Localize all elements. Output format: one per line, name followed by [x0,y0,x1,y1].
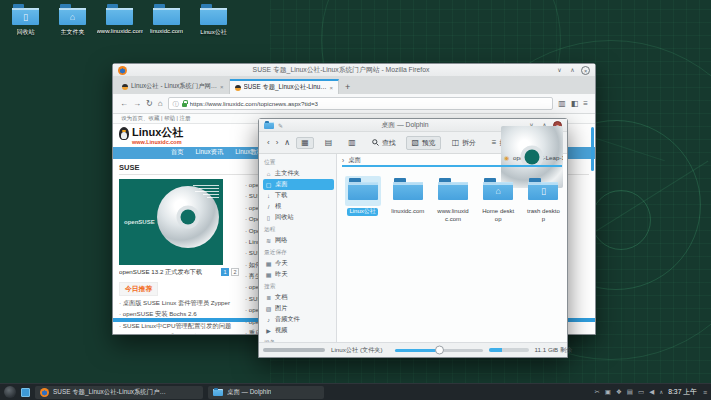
file-item[interactable]: ⌂ Home desktop [480,176,517,223]
places-item-icon: ▨ [265,305,272,312]
folder-icon: ⌂ [59,4,86,25]
image-caption[interactable]: openSUSE 13.2 正式发布下载 [119,268,219,277]
bluetooth-icon[interactable]: ❖ [616,389,622,396]
places-item[interactable]: ♪ 音频文件 [263,314,334,325]
desktop-icon[interactable]: Linux公社 [190,4,237,37]
tray-expand-icon[interactable]: ∧ [659,389,663,395]
places-item[interactable]: ⌂ 主文件夹 [263,168,334,179]
places-item[interactable]: ▨ 图片 [263,303,334,314]
forward-icon[interactable]: › [276,139,279,147]
folder-view: › 桌面 Linux公社 [337,154,567,342]
firefox-app-icon [40,388,49,397]
reload-icon[interactable]: ↻ [146,100,153,108]
compact-view-icon: ▤ [325,139,333,147]
recommend-title: 今日推荐 [119,282,158,296]
file-label: www.linuxidc.com [434,208,471,223]
klipper-icon[interactable]: ✂ [594,389,599,396]
places-item[interactable]: ▶ 视频 [263,325,334,336]
places-group-header: 远程 [264,226,334,234]
places-item[interactable]: ▯ 回收站 [263,212,334,223]
up-icon[interactable]: ∧ [284,139,290,147]
image-caption-row: openSUSE 13.2 正式发布下载 1 2 [119,268,239,277]
places-item[interactable]: ▦ 今天 [263,258,334,269]
pin-icon[interactable]: ✎ [278,122,283,129]
system-tray: ✂▣❖▤▭◀ [594,389,654,396]
places-item-icon: ♪ [265,317,272,323]
view-icons-button[interactable]: ▦ [296,137,314,149]
tab-close-icon[interactable]: × [220,84,224,90]
forward-icon[interactable]: → [133,100,141,108]
pagination-1[interactable]: 1 [221,268,229,276]
pager-icon[interactable] [21,388,30,397]
recommend-link[interactable]: SUSE 11 下文件系统恢复案例 [119,333,239,334]
desktop-icon[interactable]: www.linuxidc.com [96,4,143,37]
places-group-header: 搜索 [264,283,334,291]
device-notifier-icon[interactable]: ▤ [627,389,633,396]
find-button[interactable]: 查找 [367,136,401,150]
file-item[interactable]: Linux公社 [344,176,381,223]
breadcrumb[interactable]: › 桌面 [342,156,562,167]
site-brand[interactable]: Linux公社 [132,127,183,139]
firefox-app-icon [118,66,127,75]
file-item[interactable]: ▯ trash desktop [525,176,562,223]
places-item[interactable]: ≋ 网络 [263,235,334,246]
url-text[interactable]: https://www.linuxidc.com/topicnews.aspx?… [190,100,318,107]
free-space-label: 11.1 GiB 剩余 [535,346,573,355]
places-item[interactable]: / 根 [263,201,334,212]
home-icon[interactable]: ⌂ [158,100,163,108]
taskbar-item-dolphin[interactable]: 桌面 — Dolphin [208,386,324,399]
desktop-icon[interactable]: linuxidc.com [143,4,190,37]
file-item[interactable]: linuxidc.com [389,176,426,223]
split-button[interactable]: ◫ 拆分 [447,136,481,150]
minimize-button[interactable]: ∨ [555,66,564,75]
file-item[interactable]: www.linuxidc.com [434,176,471,223]
file-label: Linux公社 [347,208,377,216]
library-icon[interactable]: ▥ [558,100,566,108]
panel-toolbox-icon[interactable]: ≡ [703,389,707,396]
back-icon[interactable]: ← [120,100,128,108]
menu-icon[interactable]: ≡ [583,100,588,108]
firefox-titlebar[interactable]: SUSE 专题_Linux公社-Linux系统门户网站 - Mozilla Fi… [113,64,595,77]
task-label: 桌面 — Dolphin [227,388,271,397]
pagination-2[interactable]: 2 [231,268,239,276]
browser-scrollbar[interactable] [591,127,594,171]
places-item[interactable]: ▦ 昨天 [263,269,334,280]
places-scrollbar[interactable] [263,348,325,352]
split-icon: ◫ [452,139,460,147]
clock[interactable]: 8:37 上午 [668,387,697,397]
places-item[interactable]: ≣ 文档 [263,292,334,303]
url-bar[interactable]: ⓘ https://www.linuxidc.com/topicnews.asp… [168,97,554,110]
places-item[interactable]: ▢ 桌面 [263,179,334,190]
recommend-link[interactable]: 桌面版 SUSE Linux 套件管理员 Zypper [119,299,239,308]
places-item-label: 桌面 [275,180,287,189]
opensuse-wordmark: openSUSE [124,219,155,225]
app-launcher-icon[interactable] [4,386,16,398]
preview-button[interactable]: ▧ 预览 [406,136,440,150]
site-info-icon[interactable]: ⓘ [173,101,179,107]
close-button[interactable]: × [581,66,590,75]
view-compact-button[interactable]: ▤ [320,137,338,149]
maximize-button[interactable]: ∧ [568,66,577,75]
clipboard-icon[interactable]: ▣ [605,389,611,396]
sidebar-icon[interactable]: ◧ [571,100,579,108]
places-item[interactable]: ↓ 下载 [263,190,334,201]
volume-icon[interactable]: ◀ [649,389,654,396]
new-tab-button[interactable]: + [339,82,356,94]
back-icon[interactable]: ‹ [267,139,270,147]
desktop-icon[interactable]: ▯ 回收站 [2,4,49,37]
tab-close-icon[interactable]: × [330,85,334,91]
site-nav-item[interactable]: Linux资讯 [196,148,224,157]
display-icon[interactable]: ▭ [638,389,644,396]
icons-view-icon: ▦ [301,139,309,147]
site-nav-item[interactable]: 首页 [171,148,184,157]
view-details-button[interactable]: ▥ [343,137,361,149]
browser-tab[interactable]: Linux公社 - Linux系统门户网… × [117,79,230,94]
recommend-link[interactable]: SUSE Linux中CPU管理配置引发的问题 [119,322,239,331]
taskbar-item-firefox[interactable]: SUSE 专题_Linux公社-Linux系统门户… [35,386,203,399]
desktop-icon[interactable]: ⌂ 主文件夹 [49,4,96,37]
breadcrumb-label[interactable]: 桌面 [348,156,361,165]
browser-tab-active[interactable]: SUSE 专题_Linux公社-Linu… × [230,79,339,94]
dolphin-body: 位置 ⌂ 主文件夹 ▢ 桌面 ↓ [259,153,567,342]
opensuse-dvd-image[interactable]: openSUSE [119,179,223,265]
zoom-slider[interactable] [395,349,483,352]
